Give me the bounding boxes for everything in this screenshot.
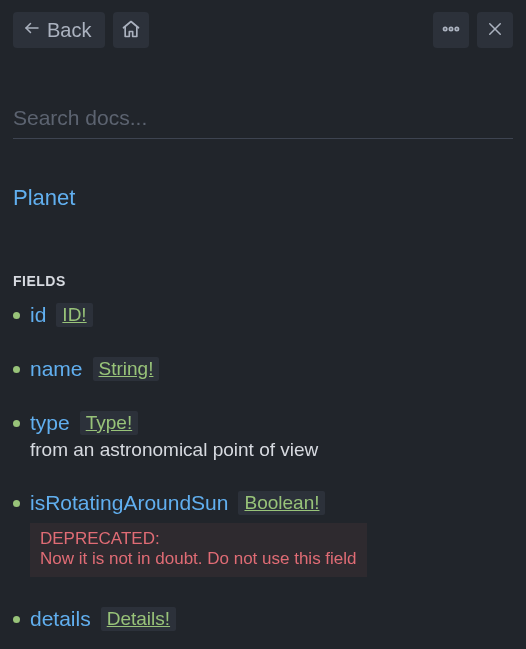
svg-point-3 [455, 27, 458, 30]
deprecated-box: DEPRECATED: Now it is not in doubt. Do n… [30, 523, 367, 577]
field-name[interactable]: name [30, 357, 83, 381]
search-input[interactable] [13, 100, 513, 139]
ellipsis-icon [441, 19, 461, 42]
list-item: type Type! from an astronomical point of… [13, 411, 513, 461]
fields-heading: FIELDS [0, 273, 526, 289]
field-type[interactable]: String! [93, 357, 160, 381]
breadcrumb[interactable]: Planet [0, 185, 526, 211]
svg-point-1 [444, 27, 447, 30]
arrow-left-icon [23, 19, 41, 42]
field-description: from an astronomical point of view [13, 439, 513, 461]
search-container [0, 100, 526, 139]
back-button[interactable]: Back [13, 12, 105, 48]
list-item: id ID! [13, 303, 513, 327]
deprecated-message: Now it is not in doubt. Do not use this … [40, 549, 357, 569]
field-type[interactable]: ID! [56, 303, 92, 327]
bullet-icon [13, 312, 20, 319]
back-label: Back [47, 19, 91, 42]
field-name[interactable]: id [30, 303, 46, 327]
home-icon [121, 19, 141, 42]
field-name[interactable]: type [30, 411, 70, 435]
field-name[interactable]: details [30, 607, 91, 631]
bullet-icon [13, 616, 20, 623]
deprecated-title: DEPRECATED: [40, 529, 357, 549]
bullet-icon [13, 420, 20, 427]
field-type[interactable]: Details! [101, 607, 176, 631]
toolbar: Back [0, 0, 526, 58]
svg-point-2 [449, 27, 452, 30]
fields-list: id ID! name String! type Type! from an a… [0, 303, 526, 631]
list-item: isRotatingAroundSun Boolean! DEPRECATED:… [13, 491, 513, 577]
field-type[interactable]: Type! [80, 411, 138, 435]
list-item: details Details! [13, 607, 513, 631]
more-button[interactable] [433, 12, 469, 48]
field-type[interactable]: Boolean! [238, 491, 325, 515]
list-item: name String! [13, 357, 513, 381]
close-button[interactable] [477, 12, 513, 48]
field-name[interactable]: isRotatingAroundSun [30, 491, 228, 515]
bullet-icon [13, 366, 20, 373]
home-button[interactable] [113, 12, 149, 48]
close-icon [486, 20, 504, 41]
bullet-icon [13, 500, 20, 507]
